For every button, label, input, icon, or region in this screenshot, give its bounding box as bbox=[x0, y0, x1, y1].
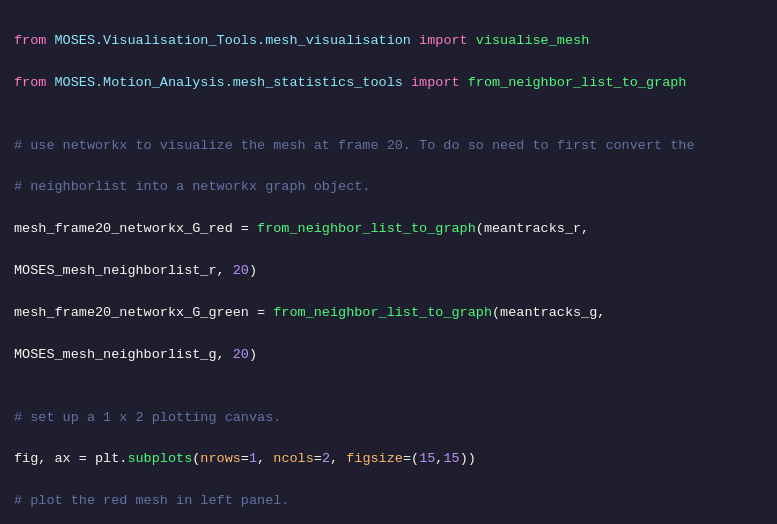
code-line-8: mesh_frame20_networkx_G_green = from_nei… bbox=[14, 303, 763, 324]
code-editor: from MOSES.Visualisation_Tools.mesh_visu… bbox=[0, 0, 777, 524]
code-line-12: fig, ax = plt.subplots(nrows=1, ncols=2,… bbox=[14, 449, 763, 470]
code-line-9: MOSES_mesh_neighborlist_g, 20) bbox=[14, 345, 763, 366]
code-line-6: mesh_frame20_networkx_G_red = from_neigh… bbox=[14, 219, 763, 240]
code-line-1: from MOSES.Visualisation_Tools.mesh_visu… bbox=[14, 31, 763, 52]
code-line-7: MOSES_mesh_neighborlist_r, 20) bbox=[14, 261, 763, 282]
code-line-13: # plot the red mesh in left panel. bbox=[14, 491, 763, 512]
code-line-4: # use networkx to visualize the mesh at … bbox=[14, 136, 763, 157]
code-line-5: # neighborlist into a networkx graph obj… bbox=[14, 177, 763, 198]
code-line-2: from MOSES.Motion_Analysis.mesh_statisti… bbox=[14, 73, 763, 94]
code-line-11: # set up a 1 x 2 plotting canvas. bbox=[14, 408, 763, 429]
